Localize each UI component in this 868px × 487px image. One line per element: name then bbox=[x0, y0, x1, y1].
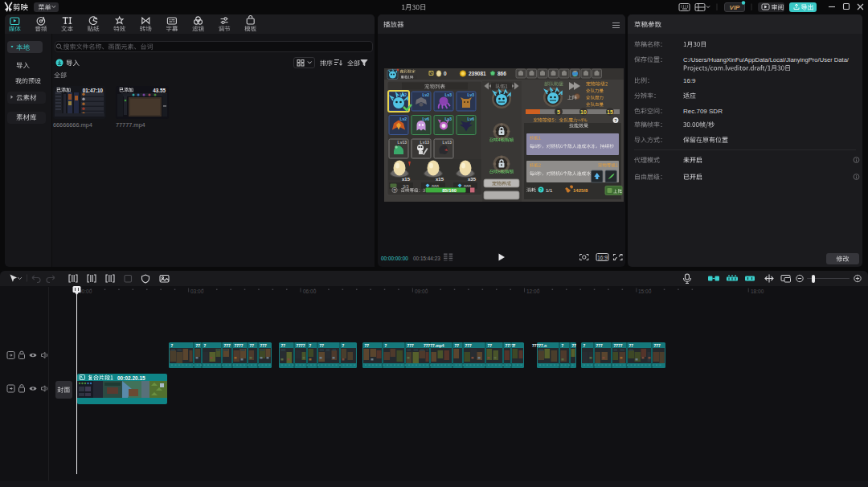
svg-text:C:/Users/HuangXinFu/AppData/Lo: C:/Users/HuangXinFu/AppData/Local/Jianyi… bbox=[683, 56, 850, 63]
svg-text:7: 7 bbox=[583, 343, 586, 348]
svg-text:3/3: 3/3 bbox=[403, 184, 409, 189]
svg-text:7: 7 bbox=[385, 343, 387, 348]
svg-text:Rec.709 SDR: Rec.709 SDR bbox=[683, 108, 723, 115]
svg-text:777: 777 bbox=[654, 343, 661, 348]
svg-text:15:00: 15:00 bbox=[638, 289, 652, 294]
svg-text:77: 77 bbox=[365, 343, 370, 348]
svg-text:66666666.mp4: 66666666.mp4 bbox=[53, 121, 92, 129]
svg-text:Lv2: Lv2 bbox=[422, 92, 429, 97]
svg-text:10: 10 bbox=[580, 109, 587, 115]
svg-text:Lv3: Lv3 bbox=[444, 117, 452, 121]
svg-text:1425/8: 1425/8 bbox=[573, 188, 588, 193]
svg-text:5: 5 bbox=[557, 109, 560, 115]
svg-text:16:9: 16:9 bbox=[683, 77, 696, 84]
svg-text:Lv13: Lv13 bbox=[443, 140, 452, 145]
svg-text:Lv13: Lv13 bbox=[398, 140, 407, 145]
svg-text:7: 7 bbox=[309, 343, 312, 348]
svg-text:Lv13: Lv13 bbox=[420, 140, 430, 145]
svg-text:?: ? bbox=[393, 188, 395, 193]
svg-text:7777: 7777 bbox=[614, 343, 623, 348]
svg-text:x15: x15 bbox=[436, 177, 444, 182]
svg-text:x15: x15 bbox=[402, 177, 411, 182]
svg-text:7777: 7777 bbox=[235, 343, 244, 348]
svg-text:77: 77 bbox=[572, 343, 577, 348]
svg-text:77: 77 bbox=[196, 343, 201, 348]
svg-text:Lv3: Lv3 bbox=[444, 92, 452, 97]
svg-text:77777.mp4: 77777.mp4 bbox=[116, 121, 145, 129]
svg-text:Lv6: Lv6 bbox=[467, 117, 474, 121]
svg-text:Lv6: Lv6 bbox=[422, 117, 429, 121]
svg-text:866: 866 bbox=[497, 71, 506, 76]
svg-text:777: 777 bbox=[224, 343, 231, 348]
svg-text:00:00:00:00: 00:00:00:00 bbox=[381, 256, 408, 261]
svg-text:15: 15 bbox=[607, 109, 613, 115]
svg-text:77: 77 bbox=[281, 343, 286, 348]
svg-text:7: 7 bbox=[204, 343, 207, 348]
svg-text:VIP: VIP bbox=[730, 4, 741, 11]
svg-text:77: 77 bbox=[629, 343, 634, 348]
svg-text:77: 77 bbox=[250, 343, 255, 348]
svg-text:7777: 7777 bbox=[297, 343, 305, 348]
svg-text:12:00: 12:00 bbox=[526, 289, 540, 294]
svg-text:85/160: 85/160 bbox=[442, 188, 457, 193]
svg-text:18:00: 18:00 bbox=[751, 289, 764, 294]
svg-text:77: 77 bbox=[488, 343, 493, 348]
svg-text:777: 777 bbox=[407, 343, 415, 348]
svg-text:7: 7 bbox=[562, 343, 564, 348]
svg-text:x35: x35 bbox=[468, 177, 477, 182]
svg-text:777: 777 bbox=[260, 343, 268, 348]
svg-text:777: 777 bbox=[596, 343, 604, 348]
svg-text:00:15:44:23: 00:15:44:23 bbox=[413, 256, 440, 261]
svg-text:43.55: 43.55 bbox=[153, 88, 166, 93]
svg-text:7: 7 bbox=[514, 343, 516, 348]
svg-text:239081: 239081 bbox=[469, 71, 486, 76]
svg-text:7: 7 bbox=[171, 343, 174, 348]
svg-text:03:00: 03:00 bbox=[190, 289, 204, 294]
svg-text:77: 77 bbox=[455, 343, 460, 348]
svg-text:77777.mp4: 77777.mp4 bbox=[424, 343, 444, 348]
svg-text:Lv2: Lv2 bbox=[399, 92, 407, 97]
svg-text:00:02.20.15: 00:02.20.15 bbox=[117, 375, 145, 381]
svg-text:0: 0 bbox=[444, 71, 447, 76]
svg-text:77777.n: 77777.n bbox=[532, 343, 547, 348]
svg-text:777: 777 bbox=[465, 343, 473, 348]
svg-text:1/1: 1/1 bbox=[546, 188, 553, 193]
svg-text:7: 7 bbox=[342, 343, 345, 348]
svg-text:Lv3: Lv3 bbox=[467, 92, 474, 97]
svg-text:16:9: 16:9 bbox=[597, 255, 608, 260]
svg-text:01:47:10: 01:47:10 bbox=[83, 88, 104, 93]
svg-text:Lv2: Lv2 bbox=[399, 117, 407, 121]
svg-text:77: 77 bbox=[320, 343, 325, 348]
